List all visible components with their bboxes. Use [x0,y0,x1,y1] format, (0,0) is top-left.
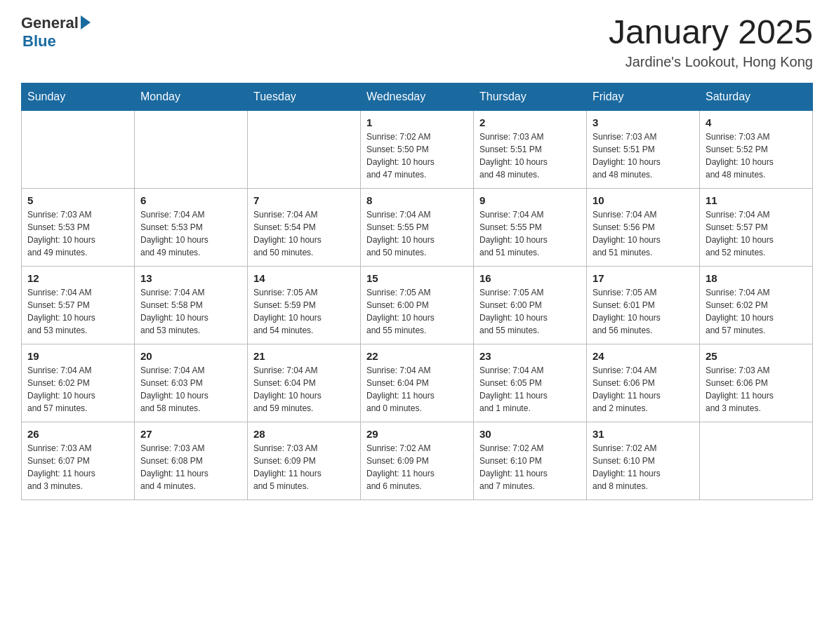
calendar-cell [248,110,361,188]
day-number: 21 [253,350,355,362]
day-info: Sunrise: 7:03 AM Sunset: 6:06 PM Dayligh… [706,364,807,415]
day-info: Sunrise: 7:04 AM Sunset: 6:04 PM Dayligh… [366,364,468,415]
day-number: 10 [593,194,694,206]
day-info: Sunrise: 7:04 AM Sunset: 6:02 PM Dayligh… [27,364,128,415]
day-number: 23 [479,350,581,362]
calendar-cell: 17Sunrise: 7:05 AM Sunset: 6:01 PM Dayli… [587,266,700,344]
day-number: 8 [366,194,468,206]
day-info: Sunrise: 7:04 AM Sunset: 6:02 PM Dayligh… [706,286,807,337]
calendar-cell: 7Sunrise: 7:04 AM Sunset: 5:54 PM Daylig… [248,188,361,266]
title-block: January 2025 Jardine's Lookout, Hong Kon… [609,14,813,70]
day-info: Sunrise: 7:05 AM Sunset: 6:00 PM Dayligh… [366,286,468,337]
calendar-week-row: 19Sunrise: 7:04 AM Sunset: 6:02 PM Dayli… [22,344,813,422]
calendar-cell: 8Sunrise: 7:04 AM Sunset: 5:55 PM Daylig… [361,188,474,266]
day-info: Sunrise: 7:02 AM Sunset: 5:50 PM Dayligh… [366,130,468,181]
day-number: 24 [593,350,694,362]
calendar-cell: 19Sunrise: 7:04 AM Sunset: 6:02 PM Dayli… [22,344,135,422]
day-number: 27 [140,428,241,440]
calendar-header-row: SundayMondayTuesdayWednesdayThursdayFrid… [22,83,813,110]
logo: General Blue [21,14,92,51]
calendar-week-row: 12Sunrise: 7:04 AM Sunset: 5:57 PM Dayli… [22,266,813,344]
day-info: Sunrise: 7:05 AM Sunset: 6:00 PM Dayligh… [479,286,581,337]
logo-blue-text: Blue [22,32,92,51]
day-number: 6 [140,194,241,206]
day-number: 31 [593,428,694,440]
day-number: 15 [366,272,468,284]
day-number: 7 [253,194,355,206]
day-info: Sunrise: 7:04 AM Sunset: 5:55 PM Dayligh… [479,208,581,259]
calendar-cell: 26Sunrise: 7:03 AM Sunset: 6:07 PM Dayli… [22,422,135,499]
calendar-cell: 16Sunrise: 7:05 AM Sunset: 6:00 PM Dayli… [474,266,587,344]
calendar-cell: 21Sunrise: 7:04 AM Sunset: 6:04 PM Dayli… [248,344,361,422]
day-info: Sunrise: 7:02 AM Sunset: 6:10 PM Dayligh… [479,442,581,492]
calendar-cell: 20Sunrise: 7:04 AM Sunset: 6:03 PM Dayli… [135,344,248,422]
day-info: Sunrise: 7:05 AM Sunset: 5:59 PM Dayligh… [253,286,355,337]
calendar-cell: 3Sunrise: 7:03 AM Sunset: 5:51 PM Daylig… [587,110,700,188]
calendar-cell [135,110,248,188]
day-number: 4 [706,116,807,128]
month-year-title: January 2025 [609,14,813,51]
calendar-cell: 6Sunrise: 7:04 AM Sunset: 5:53 PM Daylig… [135,188,248,266]
calendar-cell: 2Sunrise: 7:03 AM Sunset: 5:51 PM Daylig… [474,110,587,188]
calendar-cell: 28Sunrise: 7:03 AM Sunset: 6:09 PM Dayli… [248,422,361,499]
calendar-cell: 22Sunrise: 7:04 AM Sunset: 6:04 PM Dayli… [361,344,474,422]
calendar-cell: 29Sunrise: 7:02 AM Sunset: 6:09 PM Dayli… [361,422,474,499]
calendar-cell: 4Sunrise: 7:03 AM Sunset: 5:52 PM Daylig… [700,110,813,188]
calendar-cell: 30Sunrise: 7:02 AM Sunset: 6:10 PM Dayli… [474,422,587,499]
day-info: Sunrise: 7:04 AM Sunset: 5:57 PM Dayligh… [706,208,807,259]
calendar-week-row: 1Sunrise: 7:02 AM Sunset: 5:50 PM Daylig… [22,110,813,188]
day-info: Sunrise: 7:03 AM Sunset: 5:52 PM Dayligh… [706,130,807,181]
calendar-cell: 5Sunrise: 7:03 AM Sunset: 5:53 PM Daylig… [22,188,135,266]
calendar-day-header: Monday [135,83,248,110]
calendar-cell: 15Sunrise: 7:05 AM Sunset: 6:00 PM Dayli… [361,266,474,344]
day-info: Sunrise: 7:04 AM Sunset: 6:06 PM Dayligh… [593,364,694,415]
day-info: Sunrise: 7:04 AM Sunset: 6:05 PM Dayligh… [479,364,581,415]
day-number: 26 [27,428,128,440]
calendar-table: SundayMondayTuesdayWednesdayThursdayFrid… [21,83,813,500]
calendar-week-row: 26Sunrise: 7:03 AM Sunset: 6:07 PM Dayli… [22,422,813,499]
day-info: Sunrise: 7:02 AM Sunset: 6:10 PM Dayligh… [593,442,694,492]
day-info: Sunrise: 7:04 AM Sunset: 6:04 PM Dayligh… [253,364,355,415]
day-number: 9 [479,194,581,206]
day-number: 25 [706,350,807,362]
calendar-cell: 9Sunrise: 7:04 AM Sunset: 5:55 PM Daylig… [474,188,587,266]
calendar-day-header: Tuesday [248,83,361,110]
calendar-cell: 12Sunrise: 7:04 AM Sunset: 5:57 PM Dayli… [22,266,135,344]
calendar-cell: 18Sunrise: 7:04 AM Sunset: 6:02 PM Dayli… [700,266,813,344]
calendar-day-header: Friday [587,83,700,110]
day-info: Sunrise: 7:03 AM Sunset: 5:53 PM Dayligh… [27,208,128,259]
day-number: 1 [366,116,468,128]
calendar-cell: 23Sunrise: 7:04 AM Sunset: 6:05 PM Dayli… [474,344,587,422]
day-info: Sunrise: 7:04 AM Sunset: 5:56 PM Dayligh… [593,208,694,259]
day-info: Sunrise: 7:03 AM Sunset: 6:08 PM Dayligh… [140,442,241,492]
day-number: 11 [706,194,807,206]
day-info: Sunrise: 7:03 AM Sunset: 5:51 PM Dayligh… [479,130,581,181]
day-number: 16 [479,272,581,284]
calendar-day-header: Sunday [22,83,135,110]
day-info: Sunrise: 7:04 AM Sunset: 5:55 PM Dayligh… [366,208,468,259]
day-number: 20 [140,350,241,362]
day-number: 22 [366,350,468,362]
logo-arrow-icon [81,15,91,29]
day-number: 18 [706,272,807,284]
day-number: 19 [27,350,128,362]
day-number: 14 [253,272,355,284]
calendar-cell [700,422,813,499]
calendar-day-header: Thursday [474,83,587,110]
calendar-cell: 13Sunrise: 7:04 AM Sunset: 5:58 PM Dayli… [135,266,248,344]
calendar-day-header: Wednesday [361,83,474,110]
calendar-week-row: 5Sunrise: 7:03 AM Sunset: 5:53 PM Daylig… [22,188,813,266]
day-info: Sunrise: 7:04 AM Sunset: 5:54 PM Dayligh… [253,208,355,259]
calendar-cell: 25Sunrise: 7:03 AM Sunset: 6:06 PM Dayli… [700,344,813,422]
calendar-day-header: Saturday [700,83,813,110]
logo-general-text: General [21,14,79,32]
day-info: Sunrise: 7:04 AM Sunset: 5:57 PM Dayligh… [27,286,128,337]
calendar-cell: 14Sunrise: 7:05 AM Sunset: 5:59 PM Dayli… [248,266,361,344]
day-info: Sunrise: 7:03 AM Sunset: 6:09 PM Dayligh… [253,442,355,492]
calendar-cell: 24Sunrise: 7:04 AM Sunset: 6:06 PM Dayli… [587,344,700,422]
day-info: Sunrise: 7:04 AM Sunset: 6:03 PM Dayligh… [140,364,241,415]
day-info: Sunrise: 7:02 AM Sunset: 6:09 PM Dayligh… [366,442,468,492]
calendar-cell: 11Sunrise: 7:04 AM Sunset: 5:57 PM Dayli… [700,188,813,266]
page-header: General Blue January 2025 Jardine's Look… [21,14,813,70]
day-number: 3 [593,116,694,128]
